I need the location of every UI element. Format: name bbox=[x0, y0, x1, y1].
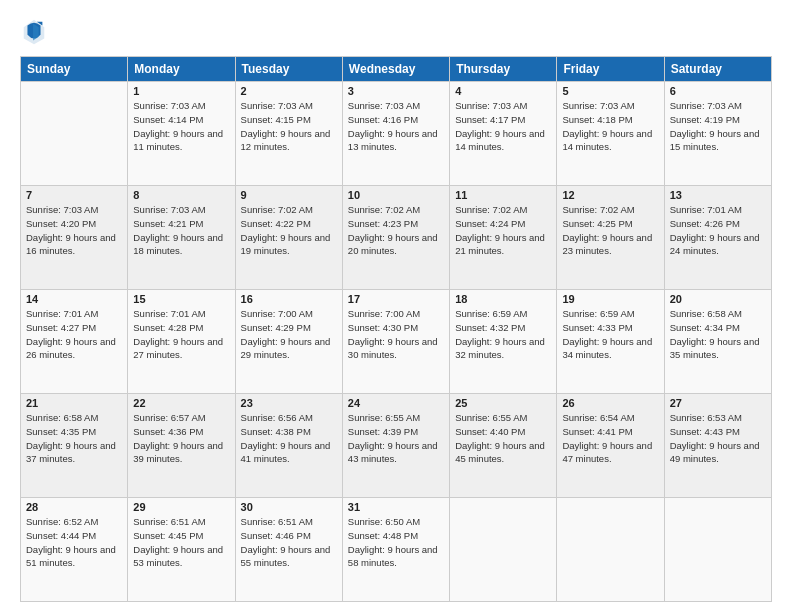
calendar-cell: 15 Sunrise: 7:01 AMSunset: 4:28 PMDaylig… bbox=[128, 290, 235, 394]
calendar-cell: 11 Sunrise: 7:02 AMSunset: 4:24 PMDaylig… bbox=[450, 186, 557, 290]
calendar-cell: 23 Sunrise: 6:56 AMSunset: 4:38 PMDaylig… bbox=[235, 394, 342, 498]
calendar-day-header: Tuesday bbox=[235, 57, 342, 82]
day-number: 3 bbox=[348, 85, 444, 97]
calendar-week-row: 14 Sunrise: 7:01 AMSunset: 4:27 PMDaylig… bbox=[21, 290, 772, 394]
calendar-day-header: Sunday bbox=[21, 57, 128, 82]
day-info: Sunrise: 6:51 AMSunset: 4:45 PMDaylight:… bbox=[133, 515, 229, 570]
calendar-cell: 27 Sunrise: 6:53 AMSunset: 4:43 PMDaylig… bbox=[664, 394, 771, 498]
day-number: 13 bbox=[670, 189, 766, 201]
day-info: Sunrise: 7:03 AMSunset: 4:16 PMDaylight:… bbox=[348, 99, 444, 154]
day-number: 17 bbox=[348, 293, 444, 305]
calendar-day-header: Saturday bbox=[664, 57, 771, 82]
calendar-cell: 5 Sunrise: 7:03 AMSunset: 4:18 PMDayligh… bbox=[557, 82, 664, 186]
day-number: 2 bbox=[241, 85, 337, 97]
day-info: Sunrise: 7:00 AMSunset: 4:30 PMDaylight:… bbox=[348, 307, 444, 362]
calendar-cell: 30 Sunrise: 6:51 AMSunset: 4:46 PMDaylig… bbox=[235, 498, 342, 602]
calendar-cell: 19 Sunrise: 6:59 AMSunset: 4:33 PMDaylig… bbox=[557, 290, 664, 394]
day-info: Sunrise: 6:57 AMSunset: 4:36 PMDaylight:… bbox=[133, 411, 229, 466]
day-info: Sunrise: 7:01 AMSunset: 4:26 PMDaylight:… bbox=[670, 203, 766, 258]
calendar-cell bbox=[557, 498, 664, 602]
calendar-body: 1 Sunrise: 7:03 AMSunset: 4:14 PMDayligh… bbox=[21, 82, 772, 602]
day-number: 11 bbox=[455, 189, 551, 201]
calendar-day-header: Thursday bbox=[450, 57, 557, 82]
day-info: Sunrise: 6:54 AMSunset: 4:41 PMDaylight:… bbox=[562, 411, 658, 466]
day-info: Sunrise: 6:59 AMSunset: 4:32 PMDaylight:… bbox=[455, 307, 551, 362]
day-info: Sunrise: 6:56 AMSunset: 4:38 PMDaylight:… bbox=[241, 411, 337, 466]
header bbox=[20, 18, 772, 46]
calendar-day-header: Wednesday bbox=[342, 57, 449, 82]
day-info: Sunrise: 7:03 AMSunset: 4:17 PMDaylight:… bbox=[455, 99, 551, 154]
day-number: 9 bbox=[241, 189, 337, 201]
calendar-day-header: Monday bbox=[128, 57, 235, 82]
calendar-cell: 7 Sunrise: 7:03 AMSunset: 4:20 PMDayligh… bbox=[21, 186, 128, 290]
day-number: 29 bbox=[133, 501, 229, 513]
calendar-cell: 13 Sunrise: 7:01 AMSunset: 4:26 PMDaylig… bbox=[664, 186, 771, 290]
calendar-cell: 28 Sunrise: 6:52 AMSunset: 4:44 PMDaylig… bbox=[21, 498, 128, 602]
calendar-cell: 25 Sunrise: 6:55 AMSunset: 4:40 PMDaylig… bbox=[450, 394, 557, 498]
calendar-cell: 2 Sunrise: 7:03 AMSunset: 4:15 PMDayligh… bbox=[235, 82, 342, 186]
calendar-cell: 6 Sunrise: 7:03 AMSunset: 4:19 PMDayligh… bbox=[664, 82, 771, 186]
calendar-cell: 16 Sunrise: 7:00 AMSunset: 4:29 PMDaylig… bbox=[235, 290, 342, 394]
day-number: 5 bbox=[562, 85, 658, 97]
calendar-header-row: SundayMondayTuesdayWednesdayThursdayFrid… bbox=[21, 57, 772, 82]
logo-icon bbox=[20, 18, 48, 46]
calendar-cell: 10 Sunrise: 7:02 AMSunset: 4:23 PMDaylig… bbox=[342, 186, 449, 290]
day-number: 15 bbox=[133, 293, 229, 305]
day-number: 7 bbox=[26, 189, 122, 201]
day-number: 6 bbox=[670, 85, 766, 97]
day-number: 12 bbox=[562, 189, 658, 201]
calendar-cell: 21 Sunrise: 6:58 AMSunset: 4:35 PMDaylig… bbox=[21, 394, 128, 498]
day-number: 8 bbox=[133, 189, 229, 201]
calendar-cell: 17 Sunrise: 7:00 AMSunset: 4:30 PMDaylig… bbox=[342, 290, 449, 394]
day-number: 14 bbox=[26, 293, 122, 305]
day-number: 28 bbox=[26, 501, 122, 513]
day-info: Sunrise: 7:02 AMSunset: 4:22 PMDaylight:… bbox=[241, 203, 337, 258]
day-number: 16 bbox=[241, 293, 337, 305]
day-info: Sunrise: 6:58 AMSunset: 4:34 PMDaylight:… bbox=[670, 307, 766, 362]
day-info: Sunrise: 6:53 AMSunset: 4:43 PMDaylight:… bbox=[670, 411, 766, 466]
day-info: Sunrise: 6:51 AMSunset: 4:46 PMDaylight:… bbox=[241, 515, 337, 570]
calendar-week-row: 1 Sunrise: 7:03 AMSunset: 4:14 PMDayligh… bbox=[21, 82, 772, 186]
calendar-week-row: 7 Sunrise: 7:03 AMSunset: 4:20 PMDayligh… bbox=[21, 186, 772, 290]
day-info: Sunrise: 6:55 AMSunset: 4:39 PMDaylight:… bbox=[348, 411, 444, 466]
day-info: Sunrise: 7:03 AMSunset: 4:19 PMDaylight:… bbox=[670, 99, 766, 154]
day-info: Sunrise: 7:03 AMSunset: 4:20 PMDaylight:… bbox=[26, 203, 122, 258]
day-info: Sunrise: 7:00 AMSunset: 4:29 PMDaylight:… bbox=[241, 307, 337, 362]
day-number: 25 bbox=[455, 397, 551, 409]
day-info: Sunrise: 7:03 AMSunset: 4:15 PMDaylight:… bbox=[241, 99, 337, 154]
page: SundayMondayTuesdayWednesdayThursdayFrid… bbox=[0, 0, 792, 612]
day-number: 21 bbox=[26, 397, 122, 409]
calendar-cell: 24 Sunrise: 6:55 AMSunset: 4:39 PMDaylig… bbox=[342, 394, 449, 498]
calendar-cell: 12 Sunrise: 7:02 AMSunset: 4:25 PMDaylig… bbox=[557, 186, 664, 290]
calendar-cell: 20 Sunrise: 6:58 AMSunset: 4:34 PMDaylig… bbox=[664, 290, 771, 394]
day-info: Sunrise: 6:52 AMSunset: 4:44 PMDaylight:… bbox=[26, 515, 122, 570]
calendar-cell: 9 Sunrise: 7:02 AMSunset: 4:22 PMDayligh… bbox=[235, 186, 342, 290]
day-info: Sunrise: 7:03 AMSunset: 4:14 PMDaylight:… bbox=[133, 99, 229, 154]
calendar-cell: 29 Sunrise: 6:51 AMSunset: 4:45 PMDaylig… bbox=[128, 498, 235, 602]
calendar-cell: 4 Sunrise: 7:03 AMSunset: 4:17 PMDayligh… bbox=[450, 82, 557, 186]
calendar-cell: 18 Sunrise: 6:59 AMSunset: 4:32 PMDaylig… bbox=[450, 290, 557, 394]
day-info: Sunrise: 7:03 AMSunset: 4:21 PMDaylight:… bbox=[133, 203, 229, 258]
logo bbox=[20, 18, 52, 46]
calendar-cell: 26 Sunrise: 6:54 AMSunset: 4:41 PMDaylig… bbox=[557, 394, 664, 498]
calendar-cell: 1 Sunrise: 7:03 AMSunset: 4:14 PMDayligh… bbox=[128, 82, 235, 186]
day-number: 19 bbox=[562, 293, 658, 305]
calendar-cell: 31 Sunrise: 6:50 AMSunset: 4:48 PMDaylig… bbox=[342, 498, 449, 602]
day-info: Sunrise: 6:50 AMSunset: 4:48 PMDaylight:… bbox=[348, 515, 444, 570]
day-info: Sunrise: 6:59 AMSunset: 4:33 PMDaylight:… bbox=[562, 307, 658, 362]
day-number: 20 bbox=[670, 293, 766, 305]
day-number: 4 bbox=[455, 85, 551, 97]
day-number: 1 bbox=[133, 85, 229, 97]
day-number: 24 bbox=[348, 397, 444, 409]
day-number: 26 bbox=[562, 397, 658, 409]
day-info: Sunrise: 7:01 AMSunset: 4:27 PMDaylight:… bbox=[26, 307, 122, 362]
day-number: 22 bbox=[133, 397, 229, 409]
calendar-cell: 22 Sunrise: 6:57 AMSunset: 4:36 PMDaylig… bbox=[128, 394, 235, 498]
day-number: 23 bbox=[241, 397, 337, 409]
calendar-week-row: 28 Sunrise: 6:52 AMSunset: 4:44 PMDaylig… bbox=[21, 498, 772, 602]
day-info: Sunrise: 7:02 AMSunset: 4:24 PMDaylight:… bbox=[455, 203, 551, 258]
day-number: 18 bbox=[455, 293, 551, 305]
day-number: 27 bbox=[670, 397, 766, 409]
calendar-week-row: 21 Sunrise: 6:58 AMSunset: 4:35 PMDaylig… bbox=[21, 394, 772, 498]
calendar-table: SundayMondayTuesdayWednesdayThursdayFrid… bbox=[20, 56, 772, 602]
